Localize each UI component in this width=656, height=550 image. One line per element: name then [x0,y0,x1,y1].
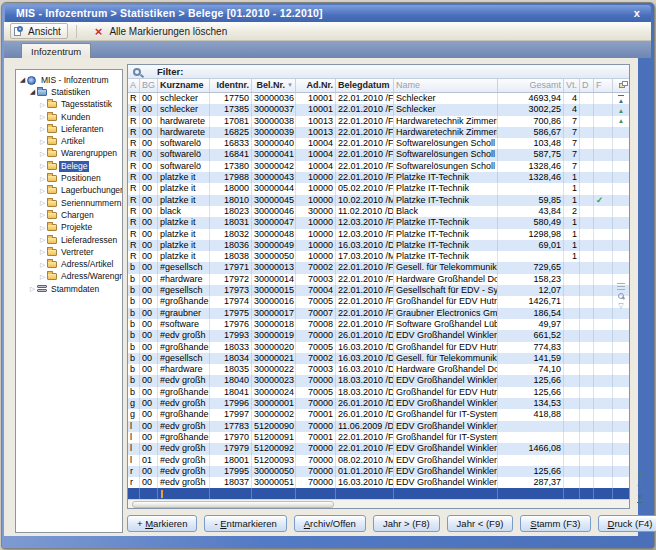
chevron-collapsed-icon[interactable]: ▷ [38,173,47,185]
tree-item-positionen[interactable]: ▷Positionen [16,172,122,184]
chevron-collapsed-icon[interactable]: ▷ [38,99,47,111]
tree-item-adress-warengruppen[interactable]: ▷Adress/Warengruppen [16,271,122,283]
table-row[interactable]: R00black18023300000463000011.02.2010 /Do… [128,206,629,217]
tree-item-artikel[interactable]: ▷Artikel [16,135,122,147]
table-row[interactable]: b00#software17976300000187000822.01.2010… [128,319,629,330]
column-header-kurzname[interactable]: Kurzname [158,79,210,92]
column-header-belegdatum[interactable]: Belegdatum [336,79,394,92]
table-row[interactable]: b00#großhande18041300000247000518.03.201… [128,387,629,398]
scroll-to-end-icon[interactable]: ▼ [637,493,644,503]
chevron-expanded-icon[interactable]: ◢ [18,74,27,86]
table-row[interactable]: R00platzke it17988300000431000022.01.201… [128,172,629,183]
close-button[interactable]: x [634,5,640,22]
tree-item-vertreter[interactable]: ▷Vertreter [16,246,122,258]
table-row[interactable]: R00softwarelö16841300000411000422.01.201… [128,149,629,160]
table-row[interactable]: R00platzke it18038300000501000017.03.201… [128,251,629,262]
table-row[interactable]: b00#hardware17972300000147000322.01.2010… [128,274,629,285]
tree-item-lieferadressen[interactable]: ▷Lieferadressen [16,234,122,246]
tree-item-belege[interactable]: ▷Belege [16,160,122,172]
scroll-down-icon[interactable]: ▼ [637,471,644,479]
filter-funnel-icon[interactable]: ▽ [618,302,623,309]
filter-row[interactable]: Filter: [128,65,629,79]
table-row[interactable]: R00platzke it18036300000491000016.03.201… [128,240,629,251]
table-row[interactable]: b00#graubner17975300000177000722.01.2010… [128,308,629,319]
tree-item-stammdaten[interactable]: ▷Stammdaten [16,283,122,295]
chevron-collapsed-icon[interactable]: ▷ [38,259,47,271]
column-header-vt[interactable]: Vt. [564,79,580,92]
table-row[interactable]: R00platzke it18032300000481000012.03.201… [128,229,629,240]
table-row[interactable]: g00#edv großh17996300000017000026.01.201… [128,398,629,409]
chevron-collapsed-icon[interactable]: ▷ [38,185,47,197]
horizontal-scrollbar[interactable] [128,499,629,508]
table-row[interactable]: R00hardwarete17081300000381001322.01.201… [128,116,629,127]
button-jahr-f9[interactable]: Jahr < (F9) [447,515,514,532]
table-row[interactable]: R00softwarelö17380300000421000422.01.201… [128,161,629,172]
chevron-collapsed-icon[interactable]: ▷ [38,246,47,258]
chevron-collapsed-icon[interactable]: ▷ [38,123,47,135]
chevron-collapsed-icon[interactable]: ▷ [38,222,47,234]
column-header-a[interactable]: A [128,79,140,92]
search-icon[interactable] [618,293,624,299]
tree-item-lieferanten[interactable]: ▷Lieferanten [16,123,122,135]
column-header-d[interactable]: D [580,79,594,92]
tree-item-chargen[interactable]: ▷Chargen [16,209,122,221]
table-row[interactable]: b00#hardware18035300000227000316.03.2010… [128,364,629,375]
tree-item-tagesstatistik[interactable]: ▷Tagesstatistik [16,99,122,111]
button-archiv-offen[interactable]: Archiv/Offen [294,515,366,532]
selected-table-row[interactable] [128,488,629,499]
tree-item-warengruppen[interactable]: ▷Warengruppen [16,148,122,160]
tree-item-seriennummern[interactable]: ▷Seriennummern [16,197,122,209]
table-row[interactable]: b00#großhande17974300000167000522.01.201… [128,296,629,307]
tree-item-lagerbuchungen[interactable]: ▷Lagerbuchungen [16,185,122,197]
table-row[interactable]: R00schlecker17385300000371000122.01.2010… [128,104,629,115]
table-row[interactable]: b00#gesellsch17971300000137000222.01.201… [128,262,629,273]
filter-search-icon[interactable] [133,68,141,76]
button-jahr-f8[interactable]: Jahr > (F8) [373,515,440,532]
tree-item-adress-artikel[interactable]: ▷Adress/Artikel [16,258,122,270]
chevron-collapsed-icon[interactable]: ▷ [38,197,47,209]
column-header-f[interactable]: F [594,79,613,92]
chevron-collapsed-icon[interactable]: ▷ [38,111,47,123]
tree-item-kunden[interactable]: ▷Kunden [16,111,122,123]
scroll-to-top-icon[interactable]: ▲ [618,95,624,104]
horizontal-scroll-thumb[interactable] [132,501,334,508]
table-row[interactable]: r00#edv großh17995300000507000001.01.201… [128,466,629,477]
table-row[interactable]: r00#edv großh18037300000517000016.03.201… [128,477,629,488]
tree-item-mis-infozentrum[interactable]: ◢MIS - Infozentrum [16,74,122,86]
chevron-collapsed-icon[interactable]: ▷ [38,148,47,160]
chevron-expanded-icon[interactable]: ◢ [28,86,37,98]
view-button[interactable]: Ansicht [10,23,68,39]
button-stamm-f3[interactable]: Stamm (F3) [520,515,590,532]
table-row[interactable]: R00schlecker17750300000361000122.01.2010… [128,93,629,104]
scroll-up-icon[interactable]: ▲ [618,107,624,114]
table-row[interactable]: b00#edv großh18040300000237000018.03.201… [128,375,629,386]
table-row[interactable]: R00platzke it18031300000471000012.03.201… [128,217,629,228]
column-header-bel-nr[interactable]: Bel.Nr.▼ [252,79,296,92]
chevron-collapsed-icon[interactable]: ▷ [28,283,37,295]
chevron-collapsed-icon[interactable]: ▷ [38,209,47,221]
button-entmarkieren[interactable]: - Entmarkieren [204,515,286,532]
chevron-collapsed-icon[interactable]: ▷ [38,160,47,172]
table-row[interactable]: g00#großhande17997300000027000126.01.201… [128,409,629,420]
table-row[interactable]: l00#edv großh17979512000927000022.01.201… [128,443,629,454]
button-markieren[interactable]: + Markieren [127,515,197,532]
tree-item-projekte[interactable]: ▷Projekte [16,222,122,234]
table-row[interactable]: l01#edv großh18001512000937000008.02.201… [128,455,629,466]
column-header-gesamt[interactable]: Gesamt [498,79,564,92]
table-row[interactable]: R00softwarelö16833300000401000422.01.201… [128,138,629,149]
table-row[interactable]: l00#edv großh17783512000907000011.06.200… [128,421,629,432]
column-chooser-cell[interactable] [613,79,629,92]
column-header-bg[interactable]: BG [140,79,158,92]
tab-infozentrum[interactable]: Infozentrum [21,43,91,58]
column-header-ad-nr[interactable]: Ad.Nr. [296,79,336,92]
add-row-icon[interactable]: + [637,482,642,490]
chevron-collapsed-icon[interactable]: ▷ [38,271,47,283]
table-row[interactable]: R00platzke it18010300000451000010.02.201… [128,195,629,206]
table-row[interactable]: R00hardwarete16825300000391001322.01.201… [128,127,629,138]
tree-item-statistiken[interactable]: ◢Statistiken [16,86,122,98]
clear-marks-button[interactable]: × Alle Markierungen löschen [91,23,234,39]
table-row[interactable]: b00#edv großh17993300000197000026.01.201… [128,330,629,341]
chevron-collapsed-icon[interactable]: ▷ [38,136,47,148]
table-row[interactable]: l00#großhande17970512000917000122.01.201… [128,432,629,443]
chevron-collapsed-icon[interactable]: ▷ [38,234,47,246]
